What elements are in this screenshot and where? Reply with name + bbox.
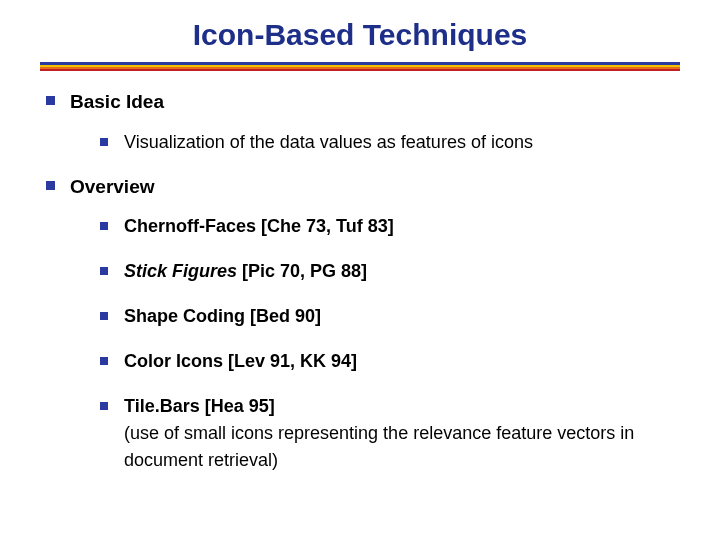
sub-text: Chernoff-Faces [Che 73, Tuf 83] (124, 216, 394, 236)
sub-note: (use of small icons representing the rel… (124, 423, 634, 470)
slide: Icon-Based Techniques Basic Idea Visuali… (0, 0, 720, 540)
sub-text: Shape Coding [Bed 90] (124, 306, 321, 326)
rule-red (40, 69, 680, 71)
sub-item: Stick Figures [Pic 70, PG 88] (100, 258, 680, 285)
sub-item: Shape Coding [Bed 90] (100, 303, 680, 330)
bullet-overview: Overview Chernoff-Faces [Che 73, Tuf 83]… (44, 174, 680, 475)
bullet-label: Overview (70, 176, 155, 197)
sub-item: Color Icons [Lev 91, KK 94] (100, 348, 680, 375)
sub-text: Visualization of the data values as feat… (124, 132, 533, 152)
bullet-label: Basic Idea (70, 91, 164, 112)
sublist: Visualization of the data values as feat… (70, 129, 680, 156)
sub-text: Color Icons [Lev 91, KK 94] (124, 351, 357, 371)
sub-item: Tile.Bars [Hea 95] (use of small icons r… (100, 393, 680, 474)
sub-item: Chernoff-Faces [Che 73, Tuf 83] (100, 213, 680, 240)
bullet-basic-idea: Basic Idea Visualization of the data val… (44, 89, 680, 156)
sublist: Chernoff-Faces [Che 73, Tuf 83] Stick Fi… (70, 213, 680, 474)
bullet-list: Basic Idea Visualization of the data val… (40, 89, 680, 474)
sub-text-rest: [Pic 70, PG 88] (237, 261, 367, 281)
slide-title: Icon-Based Techniques (40, 18, 680, 52)
sub-text-lead: Stick Figures (124, 261, 237, 281)
title-underline (40, 62, 680, 71)
sub-text: Tile.Bars [Hea 95] (124, 396, 275, 416)
sub-item: Visualization of the data values as feat… (100, 129, 680, 156)
